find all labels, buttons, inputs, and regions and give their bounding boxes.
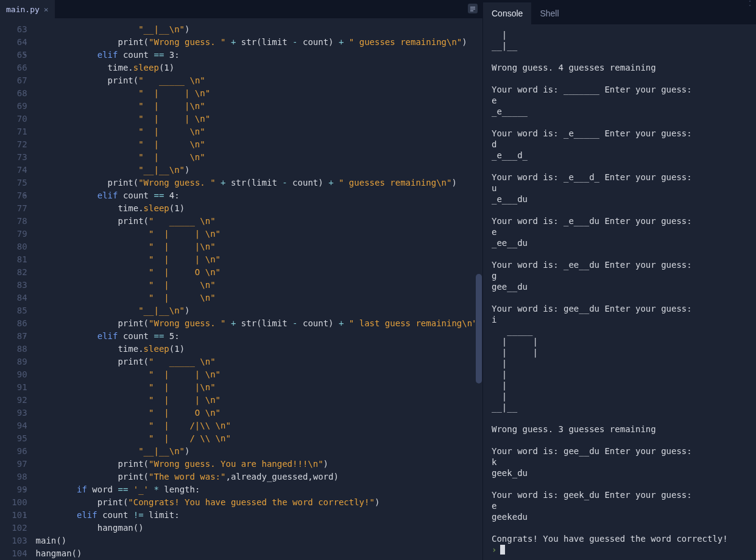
line-number: 73 <box>0 151 27 164</box>
console-line: _____ <box>492 325 747 336</box>
console-line <box>492 478 747 489</box>
console-line: Your word is: _ee__du Enter your guess: <box>492 259 747 270</box>
line-number: 64 <box>0 36 27 49</box>
console-line: geekedu <box>492 511 747 522</box>
code-line[interactable]: print("Congrats! You have guessed the wo… <box>36 496 482 509</box>
code-line[interactable]: " | O \n" <box>36 266 482 279</box>
console-line: _e___d_ <box>492 150 747 161</box>
code-line[interactable]: " | /|\\ \n" <box>36 419 482 432</box>
code-line[interactable]: time.sleep(1) <box>36 202 482 215</box>
console-line: gee__du <box>492 281 747 292</box>
console-line <box>492 161 747 172</box>
code-line[interactable]: elif count == 3: <box>36 49 482 61</box>
code-line[interactable]: "__|__\n") <box>36 445 482 458</box>
code-line[interactable]: print(" _____ \n" <box>36 74 482 87</box>
code-line[interactable]: elif count == 4: <box>36 189 482 202</box>
code-line[interactable]: " | / \\ \n" <box>36 432 482 445</box>
code-lines[interactable]: "__|__\n") print("Wrong guess. " + str(l… <box>36 18 482 560</box>
code-line[interactable]: " | | \n" <box>36 113 482 125</box>
code-line[interactable]: " | \n" <box>36 138 482 151</box>
line-number: 84 <box>0 292 27 304</box>
code-line[interactable]: "__|__\n") <box>36 164 482 177</box>
scrollbar-thumb[interactable] <box>476 274 482 383</box>
console-line: e <box>492 95 747 106</box>
fold-icon[interactable]: ▾ <box>23 509 26 522</box>
code-line[interactable]: print(" _____ \n" <box>36 355 482 368</box>
code-line[interactable]: time.sleep(1) <box>36 61 482 74</box>
line-number: 95 <box>0 432 27 445</box>
code-line[interactable]: hangman() <box>36 547 482 560</box>
code-line[interactable]: " | | \n" <box>36 228 482 240</box>
line-gutter: 636465▾6667686970717273747576▾7778798081… <box>0 18 36 560</box>
code-line[interactable]: " | O \n" <box>36 407 482 419</box>
console-line: e <box>492 500 747 511</box>
code-line[interactable]: main() <box>36 534 482 547</box>
code-line[interactable]: print("Wrong guess. " + str(limit - coun… <box>36 317 482 330</box>
code-line[interactable]: " | | \n" <box>36 368 482 381</box>
code-line[interactable]: "__|__\n") <box>36 304 482 317</box>
line-number: 67 <box>0 74 27 87</box>
console-line: | <box>492 29 747 40</box>
code-line[interactable]: " | \n" <box>36 279 482 292</box>
code-line[interactable]: elif count != limit: <box>36 509 482 522</box>
code-line[interactable]: print("Wrong guess. You are hanged!!!\n"… <box>36 458 482 471</box>
code-line[interactable]: time.sleep(1) <box>36 343 482 355</box>
fold-icon[interactable]: ▾ <box>23 49 26 61</box>
code-line[interactable]: elif count == 5: <box>36 330 482 343</box>
line-number: 94 <box>0 419 27 432</box>
code-line[interactable]: print("The word was:",already_guessed,wo… <box>36 471 482 483</box>
fold-icon[interactable]: ▾ <box>23 330 26 343</box>
vertical-scrollbar[interactable] <box>475 18 482 560</box>
tab-console[interactable]: Console <box>483 2 531 24</box>
line-number: 65▾ <box>0 49 27 61</box>
close-icon[interactable]: × <box>44 5 49 14</box>
fold-icon[interactable]: ▾ <box>23 483 26 496</box>
code-line[interactable]: print(" _____ \n" <box>36 215 482 228</box>
code-line[interactable]: " | \n" <box>36 292 482 304</box>
code-line[interactable]: " | | \n" <box>36 394 482 407</box>
pane-resize-icon[interactable]: ˄˅ <box>749 1 751 9</box>
right-tab-bar: ConsoleShell ˄˅ <box>483 0 756 24</box>
fold-icon[interactable]: ▾ <box>23 189 26 202</box>
svg-rect-0 <box>470 7 475 8</box>
console-line <box>492 292 747 303</box>
tab-menu-icon[interactable] <box>468 4 478 13</box>
console-line: _e_____ <box>492 106 747 117</box>
code-line[interactable]: print("Wrong guess. " + str(limit - coun… <box>36 177 482 189</box>
console-line: __|__ <box>492 402 747 413</box>
console-line: | <box>492 358 747 369</box>
console-line: Your word is: _e_____ Enter your guess: <box>492 128 747 139</box>
line-number: 75 <box>0 177 27 189</box>
console-line <box>492 205 747 215</box>
console-output[interactable]: | __|__ Wrong guess. 4 guesses remaining… <box>483 24 756 560</box>
code-line[interactable]: " | | \n" <box>36 253 482 266</box>
console-line: Wrong guess. 3 guesses remaining <box>492 424 747 435</box>
prompt-caret-icon: › <box>492 544 496 555</box>
code-line[interactable]: "__|__\n") <box>36 23 482 36</box>
console-line: _ee__du <box>492 237 747 248</box>
console-line: d <box>492 139 747 150</box>
line-number: 101▾ <box>0 509 27 522</box>
code-line[interactable]: " | \n" <box>36 151 482 164</box>
console-line: k <box>492 457 747 467</box>
code-line[interactable]: " | |\n" <box>36 240 482 253</box>
console-line: Your word is: gee__du Enter your guess: <box>492 446 747 457</box>
line-number: 86 <box>0 317 27 330</box>
line-number: 102 <box>0 522 27 534</box>
code-line[interactable]: " | | \n" <box>36 87 482 100</box>
code-line[interactable]: print("Wrong guess. " + str(limit - coun… <box>36 36 482 49</box>
code-line[interactable]: hangman() <box>36 522 482 534</box>
line-number: 77 <box>0 202 27 215</box>
code-line[interactable]: " | |\n" <box>36 100 482 113</box>
tab-shell[interactable]: Shell <box>531 2 567 24</box>
line-number: 72 <box>0 138 27 151</box>
console-line <box>492 248 747 259</box>
console-prompt[interactable]: › <box>492 544 747 555</box>
console-line: | <box>492 380 747 391</box>
code-area[interactable]: 636465▾6667686970717273747576▾7778798081… <box>0 18 482 560</box>
line-number: 71 <box>0 125 27 138</box>
code-line[interactable]: " | \n" <box>36 125 482 138</box>
editor-tab-main[interactable]: main.py × <box>0 0 55 18</box>
code-line[interactable]: if word == '_' * length: <box>36 483 482 496</box>
code-line[interactable]: " | |\n" <box>36 381 482 394</box>
